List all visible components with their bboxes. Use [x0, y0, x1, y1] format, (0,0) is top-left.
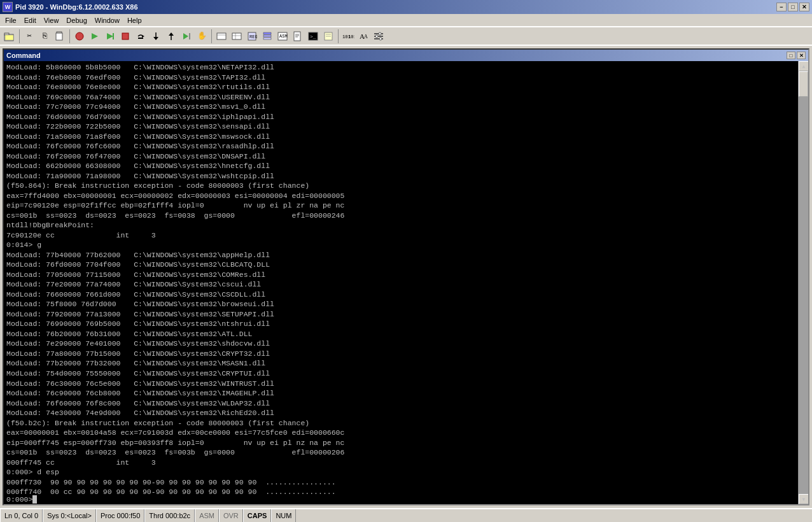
svg-marker-16: [183, 33, 188, 39]
toolbar-sep-4: [338, 29, 339, 43]
copy-icon[interactable]: ⎘: [38, 29, 52, 43]
command-title-label: Command: [6, 52, 41, 59]
go-icon[interactable]: [88, 29, 102, 43]
toolbar-sep-3: [211, 29, 212, 43]
menu-bar: File Edit View Debug Window Help: [0, 14, 812, 27]
title-bar: W Pid 3920 - WinDbg:6.12.0002.633 X86 − …: [0, 0, 812, 14]
scroll-up-arrow[interactable]: ▲: [799, 61, 808, 71]
toolbar-sep-1: [19, 29, 20, 43]
command-max-button[interactable]: □: [787, 52, 795, 59]
toolbar: ✂ ⎘ ✋ REG ASM >_: [0, 27, 812, 46]
command-title-buttons: □ ✕: [787, 52, 806, 59]
svg-rect-30: [294, 32, 300, 41]
command-prompt: 0:000>: [6, 495, 32, 504]
svg-marker-15: [169, 32, 174, 36]
options-icon[interactable]: [372, 29, 386, 43]
vertical-scrollbar[interactable]: ▲ ▼: [798, 61, 808, 504]
restart-icon[interactable]: [103, 29, 117, 43]
svg-point-47: [375, 35, 378, 38]
watch-icon[interactable]: [214, 29, 228, 43]
count-icon[interactable]: 101101: [341, 29, 355, 43]
step-over-icon[interactable]: [134, 29, 148, 43]
open-icon[interactable]: [3, 29, 17, 43]
status-thrd: Thrd 000:b2c: [144, 509, 195, 522]
svg-text:>_: >_: [310, 34, 316, 39]
svg-rect-11: [138, 38, 143, 39]
font-icon[interactable]: AA: [356, 29, 370, 43]
app-icon: W: [3, 2, 13, 12]
menu-view[interactable]: View: [40, 15, 63, 25]
command-icon[interactable]: >_: [306, 29, 320, 43]
menu-window[interactable]: Window: [91, 15, 123, 25]
scroll-track[interactable]: [799, 71, 808, 494]
status-proc: Proc 000:f50: [96, 509, 144, 522]
menu-debug[interactable]: Debug: [62, 15, 90, 25]
menu-file[interactable]: File: [1, 15, 20, 25]
main-area: Command □ ✕ ModLoad: 5b860000 5b8b5000 C…: [0, 46, 812, 508]
command-title-bar: Command □ ✕: [4, 50, 808, 61]
step-into-icon[interactable]: [149, 29, 163, 43]
svg-point-48: [379, 38, 382, 40]
command-window: Command □ ✕ ModLoad: 5b860000 5b8b5000 C…: [3, 48, 809, 505]
toolbar-sep-2: [69, 29, 70, 43]
svg-text:A: A: [364, 34, 368, 39]
svg-rect-2: [5, 35, 13, 40]
status-bar: Ln 0, Col 0 Sys 0:<Local> Proc 000:f50 T…: [0, 508, 812, 522]
status-num: NUM: [271, 509, 296, 522]
cut-icon[interactable]: ✂: [22, 29, 36, 43]
locals-icon[interactable]: [230, 29, 244, 43]
status-sys: Sys 0:<Local>: [43, 509, 96, 522]
close-button[interactable]: ✕: [799, 3, 809, 11]
source-icon[interactable]: [291, 29, 305, 43]
registers-icon[interactable]: REG: [245, 29, 259, 43]
svg-text:REG: REG: [249, 34, 257, 39]
stop-icon[interactable]: [118, 29, 132, 43]
minimize-button[interactable]: −: [776, 3, 787, 11]
svg-rect-1: [4, 33, 9, 35]
callstack-icon[interactable]: [260, 29, 274, 43]
disasm-icon[interactable]: ASM: [276, 29, 290, 43]
svg-point-46: [379, 32, 381, 35]
status-caps: CAPS: [243, 509, 272, 522]
svg-point-5: [76, 32, 83, 40]
status-asm: ASM: [195, 509, 219, 522]
svg-marker-13: [153, 37, 158, 40]
menu-edit[interactable]: Edit: [20, 15, 40, 25]
cursor: [32, 495, 37, 504]
svg-marker-6: [92, 33, 98, 39]
svg-rect-4: [56, 33, 62, 40]
scroll-thumb[interactable]: [799, 71, 808, 97]
window-title: Pid 3920 - WinDbg:6.12.0002.633 X86: [15, 3, 138, 11]
svg-rect-27: [263, 38, 271, 39]
run-to-cursor-icon[interactable]: [179, 29, 193, 43]
svg-rect-17: [189, 33, 190, 39]
status-ovr: OVR: [219, 509, 243, 522]
maximize-button[interactable]: □: [788, 3, 798, 11]
step-out-icon[interactable]: [164, 29, 178, 43]
svg-rect-26: [263, 35, 271, 37]
console-output: ModLoad: 5b860000 5b8b5000 C:\WINDOWS\sy…: [4, 61, 808, 495]
svg-marker-10: [142, 35, 144, 38]
command-close-button[interactable]: ✕: [797, 52, 806, 59]
scratch-icon[interactable]: [321, 29, 335, 43]
svg-rect-25: [263, 32, 271, 34]
scroll-down-arrow[interactable]: ▼: [799, 494, 808, 504]
hand-icon[interactable]: ✋: [195, 29, 209, 43]
svg-marker-7: [107, 33, 113, 39]
paste-icon[interactable]: [53, 29, 67, 43]
status-ln-col: Ln 0, Col 0: [0, 509, 43, 522]
svg-rect-20: [232, 33, 241, 39]
svg-text:101: 101: [348, 34, 354, 39]
svg-rect-8: [113, 33, 114, 39]
svg-rect-9: [122, 33, 129, 39]
svg-text:ASM: ASM: [279, 34, 288, 39]
console-text: ModLoad: 5b860000 5b8b5000 C:\WINDOWS\sy…: [6, 62, 795, 495]
svg-rect-18: [217, 33, 226, 39]
break-icon[interactable]: [73, 29, 87, 43]
menu-help[interactable]: Help: [123, 15, 146, 25]
command-input-line[interactable]: 0:000>: [4, 495, 808, 504]
title-buttons: − □ ✕: [776, 3, 809, 11]
